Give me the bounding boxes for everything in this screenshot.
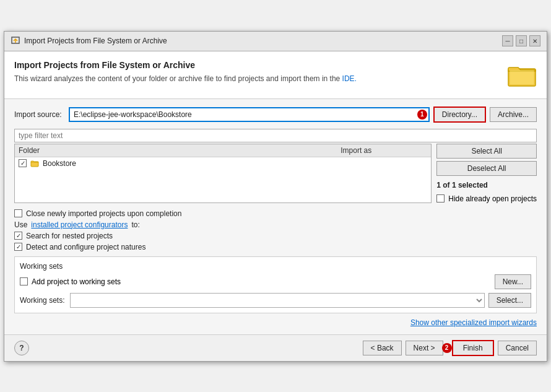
working-sets-add-row: Add project to working sets New... xyxy=(20,274,531,289)
close-newly-imported-row: Close newly imported projects upon compl… xyxy=(14,209,537,218)
close-newly-imported-label: Close newly imported projects upon compl… xyxy=(26,209,181,218)
detect-natures-label: Detect and configure project natures xyxy=(26,243,145,251)
working-sets-title: Working sets xyxy=(20,262,531,271)
col-folder: Folder xyxy=(19,146,341,155)
import-source-label: Import source: xyxy=(14,110,65,119)
table-row[interactable]: Bookstore xyxy=(15,157,431,170)
row-folder-name: Bookstore xyxy=(43,159,76,168)
back-button[interactable]: < Back xyxy=(363,341,402,355)
title-bar-left: Import Projects from File System or Arch… xyxy=(11,36,167,46)
working-sets-label: Working sets: xyxy=(20,296,66,305)
dialog-title: Import Projects from File System or Arch… xyxy=(14,60,357,70)
dialog-body: Import source: 1 Directory... Archive...… xyxy=(4,99,547,334)
table-area: Folder Import as Bookstore xyxy=(14,144,537,203)
window-icon xyxy=(11,36,20,46)
col-import-as: Import as xyxy=(341,146,427,155)
title-bar-controls: ─ □ ✕ xyxy=(502,35,540,46)
footer-right: < Back Next > 2 Finish Cancel xyxy=(363,340,537,356)
search-nested-label: Search for nested projects xyxy=(26,232,113,240)
main-window: Import Projects from File System or Arch… xyxy=(4,31,547,362)
help-button[interactable]: ? xyxy=(14,341,29,355)
show-wizards-row: Show other specialized import wizards xyxy=(14,318,537,327)
import-source-input-wrap: 1 xyxy=(69,107,430,122)
show-wizards-link[interactable]: Show other specialized import wizards xyxy=(410,318,537,327)
add-working-sets-label: Add project to working sets xyxy=(32,277,121,286)
close-newly-imported-checkbox[interactable] xyxy=(14,209,22,217)
dialog-footer: ? < Back Next > 2 Finish Cancel xyxy=(4,334,547,361)
detect-natures-row: Detect and configure project natures xyxy=(14,243,537,251)
window-title: Import Projects from File System or Arch… xyxy=(24,37,167,45)
import-source-row: Import source: 1 Directory... Archive... xyxy=(14,107,537,123)
archive-button[interactable]: Archive... xyxy=(490,107,537,122)
table-container: Folder Import as Bookstore xyxy=(14,144,432,203)
next-button[interactable]: Next > xyxy=(406,341,443,355)
installed-configurators-link[interactable]: installed project configurators xyxy=(31,220,128,229)
table-right-buttons: Select All Deselect All 1 of 1 selected … xyxy=(436,144,537,203)
finish-badge: 2 xyxy=(442,343,452,353)
import-source-input[interactable] xyxy=(69,107,430,122)
dialog-header: Import Projects from File System or Arch… xyxy=(4,51,547,99)
use-configurators-row: Use installed project configurators to: xyxy=(14,220,537,229)
detect-natures-checkbox[interactable] xyxy=(14,243,22,251)
filter-row xyxy=(14,129,537,142)
working-sets-section: Working sets Add project to working sets… xyxy=(14,256,537,313)
dialog-header-text: Import Projects from File System or Arch… xyxy=(14,60,357,84)
search-nested-checkbox[interactable] xyxy=(14,232,22,240)
working-sets-select[interactable] xyxy=(70,293,485,308)
folder-header-icon xyxy=(507,60,537,90)
directory-button[interactable]: Directory... xyxy=(433,107,486,123)
minimize-button[interactable]: ─ xyxy=(502,35,513,46)
close-button[interactable]: ✕ xyxy=(529,35,540,46)
source-badge: 1 xyxy=(417,110,427,120)
footer-left: ? xyxy=(14,341,29,355)
title-bar: Import Projects from File System or Arch… xyxy=(4,32,547,51)
search-nested-row: Search for nested projects xyxy=(14,232,537,240)
dialog-description: This wizard analyzes the content of your… xyxy=(14,74,357,84)
finish-badge-wrap: 2 Finish xyxy=(447,340,494,356)
select-working-set-button[interactable]: Select... xyxy=(488,293,531,308)
finish-button[interactable]: Finish xyxy=(452,340,494,356)
deselect-all-button[interactable]: Deselect All xyxy=(436,161,537,176)
selected-info: 1 of 1 selected xyxy=(436,181,537,189)
cancel-button[interactable]: Cancel xyxy=(498,341,537,355)
add-working-sets-checkbox[interactable] xyxy=(20,277,28,285)
row-checkbox[interactable] xyxy=(19,159,27,167)
select-all-button[interactable]: Select All xyxy=(436,144,537,159)
hide-open-projects-checkbox[interactable] xyxy=(436,194,445,203)
table-section: Folder Import as Bookstore xyxy=(14,144,432,203)
svg-rect-3 xyxy=(510,70,534,85)
hide-projects-row: Hide already open projects xyxy=(436,194,537,203)
filter-input[interactable] xyxy=(14,129,537,142)
new-working-set-button[interactable]: New... xyxy=(495,274,531,289)
maximize-button[interactable]: □ xyxy=(516,35,527,46)
table-header: Folder Import as xyxy=(15,144,431,157)
hide-open-projects-label: Hide already open projects xyxy=(448,194,537,203)
folder-icon xyxy=(30,159,39,168)
options-section: Close newly imported projects upon compl… xyxy=(14,209,537,251)
table-cell-folder: Bookstore xyxy=(19,159,341,168)
working-sets-input-row: Working sets: Select... xyxy=(20,293,531,308)
